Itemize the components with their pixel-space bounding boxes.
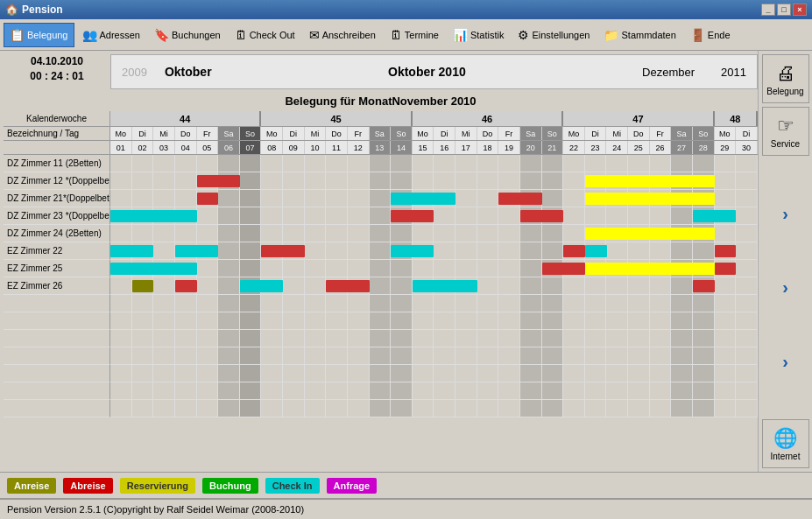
booking-block-r1-0[interactable] <box>197 175 240 187</box>
day-name-cell-25: Fr <box>650 127 672 140</box>
day-num-cell-6: 07 <box>240 141 262 154</box>
grid-cell-r10-c12 <box>370 330 392 347</box>
menu-ende[interactable]: 🚪 Ende <box>684 23 737 47</box>
statistik-icon: 📊 <box>453 28 468 42</box>
booking-block-r7-4[interactable] <box>413 280 477 292</box>
grid-cell-r0-c27 <box>693 155 715 172</box>
booking-block-r2-1[interactable] <box>391 193 455 205</box>
booking-block-r7-3[interactable] <box>326 280 369 292</box>
menu-checkout[interactable]: 🗓 Check Out <box>229 23 301 47</box>
booking-block-r3-2[interactable] <box>520 210 563 222</box>
grid-cell-r13-c14 <box>413 382 434 399</box>
grid-cell-r10-c7 <box>261 330 283 347</box>
nav-arrow-row3[interactable]: › <box>782 353 788 370</box>
maximize-btn[interactable]: □ <box>777 4 791 16</box>
room-row-14[interactable] <box>110 400 758 417</box>
booking-block-r2-3[interactable] <box>585 193 715 205</box>
menu-buchungen[interactable]: 🔖 Buchungen <box>148 23 227 47</box>
day-num-cell-25: 26 <box>650 141 672 154</box>
booking-block-r5-3[interactable] <box>391 245 434 257</box>
room-row-7[interactable] <box>110 277 758 295</box>
room-row-3[interactable] <box>110 207 758 225</box>
nav-arrow-row1[interactable]: › <box>782 205 788 222</box>
prev-month[interactable]: 2009 <box>122 66 147 79</box>
grid-cell-r10-c26 <box>671 330 693 347</box>
day-name-cell-13: So <box>391 127 413 140</box>
menu-adressen-label: Adressen <box>100 30 140 40</box>
room-row-5[interactable] <box>110 242 758 260</box>
menu-stammdaten[interactable]: 📁 Stammdaten <box>597 23 681 47</box>
booking-block-r1-1[interactable] <box>585 175 715 187</box>
booking-block-r5-2[interactable] <box>261 245 304 257</box>
booking-block-r5-0[interactable] <box>110 245 153 257</box>
grid-cell-r2-c3 <box>175 190 197 207</box>
grid-cell-r7-c18 <box>498 277 520 294</box>
grid-cell-r10-c27 <box>693 330 715 347</box>
grid-cell-r5-c26 <box>671 242 693 259</box>
day-name-cell-18: Fr <box>498 127 520 140</box>
grid-cell-r12-c17 <box>477 365 499 382</box>
room-row-8[interactable] <box>110 295 758 312</box>
booking-block-r4-0[interactable] <box>585 228 715 240</box>
room-row-12[interactable] <box>110 365 758 382</box>
booking-block-r3-0[interactable] <box>110 210 197 222</box>
grid-cell-r10-c0 <box>110 330 132 347</box>
day-name-cell-24: Do <box>628 127 650 140</box>
grid-cell-r2-c9 <box>305 190 327 207</box>
booking-block-r7-2[interactable] <box>240 280 283 292</box>
grid-cell-r13-c16 <box>455 382 477 399</box>
nav-arrow-row2[interactable]: › <box>782 278 788 296</box>
day-num-cell-20: 21 <box>542 141 564 154</box>
booking-block-r5-6[interactable] <box>715 245 737 257</box>
booking-block-r5-4[interactable] <box>563 245 585 257</box>
legend-reservierung: Reservierung <box>120 478 195 494</box>
booking-block-r7-1[interactable] <box>175 280 197 292</box>
grid-cell-r8-c24 <box>628 295 650 312</box>
menu-einstellungen[interactable]: ⚙ Einstellungen <box>512 23 596 47</box>
content-area: 04.10.2010 00 : 24 : 01 2009 Oktober Okt… <box>0 51 812 498</box>
grid-cell-r14-c8 <box>283 400 305 417</box>
grid-cell-r7-c2 <box>153 277 175 294</box>
grid-cell-r8-c28 <box>715 295 737 312</box>
service-btn-label: Service <box>771 139 800 149</box>
booking-block-r6-3[interactable] <box>715 263 737 275</box>
grid-cell-r1-c9 <box>305 172 327 189</box>
minimize-btn[interactable]: _ <box>761 4 775 16</box>
menu-adressen[interactable]: 👥 Adressen <box>76 23 146 47</box>
day-name-cell-14: Mo <box>413 127 434 140</box>
booking-block-r5-1[interactable] <box>175 245 218 257</box>
booking-block-r2-0[interactable] <box>197 193 219 205</box>
belegung-btn[interactable]: 🖨 Belegung <box>762 54 809 103</box>
room-row-9[interactable] <box>110 312 758 330</box>
room-row-13[interactable] <box>110 382 758 400</box>
booking-block-r3-1[interactable] <box>391 210 434 222</box>
week-cell-46: 46 <box>413 111 563 126</box>
internet-btn[interactable]: 🌐 Internet <box>762 419 809 468</box>
room-row-1[interactable] <box>110 172 758 190</box>
booking-block-r3-3[interactable] <box>693 210 736 222</box>
close-btn[interactable]: × <box>793 4 807 16</box>
grid-cell-r3-c23 <box>606 207 628 224</box>
booking-block-r6-2[interactable] <box>585 263 715 275</box>
booking-block-r5-5[interactable] <box>585 245 607 257</box>
menu-statistik[interactable]: 📊 Statistik <box>447 23 511 47</box>
booking-block-r2-2[interactable] <box>498 193 541 205</box>
booking-block-r7-0[interactable] <box>132 280 154 292</box>
booking-block-r7-5[interactable] <box>693 280 715 292</box>
menu-statistik-label: Statistik <box>470 30 505 40</box>
room-row-4[interactable] <box>110 225 758 242</box>
day-name-cell-0: Mo <box>110 127 132 140</box>
room-row-10[interactable] <box>110 330 758 347</box>
booking-block-r6-1[interactable] <box>542 263 585 275</box>
room-row-11[interactable] <box>110 347 758 365</box>
menu-anschreiben[interactable]: ✉ Anschreiben <box>303 23 382 47</box>
room-row-0[interactable] <box>110 155 758 172</box>
day-name-cell-3: Do <box>175 127 197 140</box>
service-btn[interactable]: ☞ Service <box>762 107 809 156</box>
room-row-6[interactable] <box>110 260 758 277</box>
menu-belegung[interactable]: 📋 Belegung <box>4 23 74 47</box>
grid-cell-r7-c13 <box>391 277 413 294</box>
room-row-2[interactable] <box>110 190 758 207</box>
booking-block-r6-0[interactable] <box>110 263 197 275</box>
menu-termine[interactable]: 🗓 Termine <box>384 23 445 47</box>
